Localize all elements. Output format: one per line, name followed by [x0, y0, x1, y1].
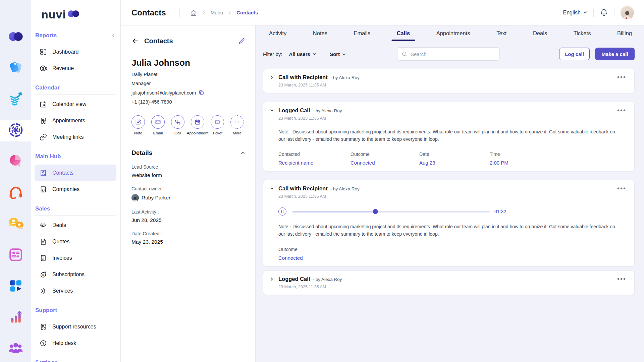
breadcrumb-menu[interactable]: Menu: [211, 10, 223, 15]
ellipsis-menu-icon[interactable]: •••: [616, 276, 627, 282]
pause-icon[interactable]: [278, 207, 286, 216]
revenue-icon: $: [40, 65, 47, 72]
make-call-button[interactable]: Make a call: [595, 48, 635, 60]
edit-pencil-icon[interactable]: [238, 38, 245, 45]
chevron-right-icon[interactable]: [270, 75, 274, 79]
sidebar-item-subscriptions[interactable]: $ Subscriptions: [35, 266, 116, 283]
field-contact-owner: Contact owner : Ruby Parker: [131, 186, 245, 201]
audio-seek-slider[interactable]: [292, 211, 490, 213]
rail-item-newsletter[interactable]: [0, 240, 31, 271]
field-value-link[interactable]: Aug 23: [419, 160, 490, 166]
breadcrumb-current[interactable]: Contacts: [236, 10, 258, 15]
ellipsis-menu-icon[interactable]: •••: [616, 185, 627, 191]
sidebar-item-support-resources[interactable]: Support resources: [35, 318, 116, 335]
field-label: Lead Source :: [131, 164, 245, 170]
team-chat-icon: [7, 215, 24, 234]
chevron-up-icon[interactable]: [240, 150, 245, 155]
sidebar-collapse-icon[interactable]: [111, 33, 116, 38]
call-card-body: Note - Discussed about upcoming marketin…: [278, 128, 627, 166]
contact-email[interactable]: juliajohnson@dailyplanet.com: [131, 90, 196, 96]
search-icon: [401, 51, 408, 57]
chevron-down-icon[interactable]: [270, 109, 274, 112]
action-label: Appointment: [187, 131, 209, 135]
ellipsis-menu-icon[interactable]: •••: [616, 74, 627, 80]
field-value-link[interactable]: 2:00 PM: [490, 160, 627, 166]
field-value-link[interactable]: Recipient name: [278, 160, 351, 166]
call-byline: - by Alexa Roy: [330, 186, 360, 191]
brand-logo[interactable]: nuvi: [35, 5, 116, 24]
sidebar-item-help-desk[interactable]: ? Help desk: [35, 335, 116, 351]
chevron-right-icon[interactable]: [270, 277, 274, 281]
section-sales: Sales: [35, 205, 116, 216]
users-filter-dropdown[interactable]: All users: [289, 51, 316, 57]
bell-icon[interactable]: [600, 8, 608, 17]
tab-notes[interactable]: Notes: [313, 25, 327, 41]
tab-text[interactable]: Text: [496, 25, 506, 41]
sidebar-item-dashboard[interactable]: Dashboard: [35, 44, 116, 60]
dashboard-icon: [40, 48, 47, 56]
rail-item-callcenter[interactable]: [0, 177, 31, 208]
home-icon[interactable]: [190, 9, 197, 16]
call-card-titles: Call with Recipient - by Alexa Roy 23 Ma…: [278, 185, 360, 199]
tab-deals[interactable]: Deals: [533, 25, 547, 41]
sidebar-item-quotes[interactable]: Quotes: [35, 233, 116, 250]
contact-panel: Contacts Julia Johnson Daily Planet Mana…: [121, 25, 256, 362]
field-value-link[interactable]: Connected: [351, 160, 419, 166]
sidebar-item-label: Dashboard: [52, 49, 78, 55]
sidebar-item-meeting-links[interactable]: Meeting links: [35, 129, 116, 145]
tab-emails[interactable]: Emails: [354, 25, 371, 41]
tab-activity[interactable]: Activity: [269, 25, 286, 41]
user-avatar[interactable]: [621, 6, 634, 19]
back-button[interactable]: [131, 37, 140, 45]
call-title: Logged Call: [278, 276, 310, 282]
email-icon[interactable]: [151, 115, 165, 129]
chevron-down-icon[interactable]: [270, 187, 274, 190]
sidebar-item-revenue[interactable]: $ Revenue: [35, 60, 116, 76]
sidebar-item-label: Help desk: [52, 340, 76, 346]
tab-appointments[interactable]: Appointments: [436, 25, 470, 41]
copy-icon[interactable]: [199, 90, 204, 96]
sidebar-item-contacts[interactable]: Contacts: [35, 165, 116, 181]
invoice-icon: [40, 254, 47, 262]
action-label: Ticket: [212, 131, 222, 135]
tab-calls[interactable]: Calls: [397, 25, 410, 41]
more-ellipsis-icon[interactable]: [230, 115, 244, 129]
language-selector[interactable]: English: [563, 10, 587, 16]
note-icon[interactable]: [131, 115, 145, 129]
tab-billing[interactable]: Billing: [617, 25, 632, 41]
rail-item-people[interactable]: [0, 333, 31, 362]
call-card-collapsed: Call with Recipient - by Alexa Roy 23 Ma…: [263, 69, 635, 93]
audio-slider-thumb[interactable]: [373, 209, 378, 214]
sidebar-item-label: Services: [52, 288, 73, 294]
rail-item-apps[interactable]: [0, 271, 31, 302]
rail-item-teamchat[interactable]: [0, 208, 31, 240]
sidebar-item-deals[interactable]: Deals: [35, 217, 116, 233]
rail-item-nuvio[interactable]: [0, 21, 31, 53]
calendar-icon[interactable]: [191, 115, 204, 129]
sidebar-item-calendar-view[interactable]: Calendar view: [35, 96, 116, 112]
right-column: Contacts Menu Contacts English: [121, 0, 644, 362]
ticket-icon[interactable]: [211, 115, 224, 129]
rail-item-growth[interactable]: [0, 84, 31, 115]
field-value-link[interactable]: Connected: [278, 255, 627, 261]
sidebar-item-services[interactable]: Services: [35, 283, 116, 299]
sidebar-item-appointments[interactable]: Appointments: [35, 112, 116, 129]
rail-item-tags[interactable]: [0, 53, 31, 84]
rail-item-automation-active[interactable]: [0, 115, 31, 146]
action-ticket: Ticket: [211, 115, 224, 135]
log-call-button[interactable]: Log call: [559, 48, 590, 60]
ellipsis-menu-icon[interactable]: •••: [616, 107, 627, 113]
action-call: Call: [171, 115, 184, 135]
sidebar-item-invoices[interactable]: Invoices: [35, 250, 116, 266]
sidebar-item-companies[interactable]: Companies: [35, 181, 116, 197]
topbar-right: English: [563, 6, 634, 19]
call-field-contacted: Contacted Recipient name: [278, 152, 351, 166]
tab-tickets[interactable]: Tickets: [574, 25, 591, 41]
call-card-titles: Logged Call - by Alexa Roy 23 March, 202…: [278, 107, 342, 121]
sort-dropdown[interactable]: Sort: [330, 51, 346, 57]
phone-icon[interactable]: [171, 115, 184, 129]
rail-item-growth-report[interactable]: [0, 302, 31, 333]
search-input[interactable]: [411, 51, 495, 57]
contact-phone: +1 (123)-456-7890: [131, 99, 245, 105]
rail-item-analytics[interactable]: [0, 146, 31, 177]
